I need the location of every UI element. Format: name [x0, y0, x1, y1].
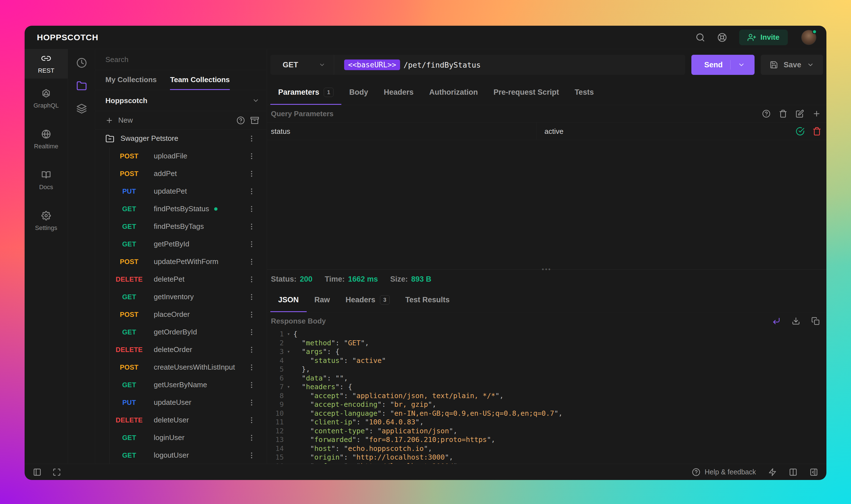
help-feedback-button[interactable]: Help & feedback — [692, 468, 756, 476]
request-item-updatePetWithForm[interactable]: POSTupdatePetWithForm — [109, 253, 267, 270]
request-item-createUsersWithListInput[interactable]: POSTcreateUsersWithListInput — [109, 358, 267, 376]
request-options-button[interactable] — [248, 451, 256, 459]
tab-pre-request-script[interactable]: Pre-request Script — [486, 80, 567, 105]
tab-test-results[interactable]: Test Results — [398, 288, 458, 312]
param-delete-button[interactable] — [812, 127, 821, 136]
tab-tests[interactable]: Tests — [567, 80, 602, 105]
request-options-button[interactable] — [248, 293, 256, 301]
fold-spacer — [284, 365, 293, 374]
request-item-findPetsByStatus[interactable]: GETfindPetsByStatus — [109, 200, 267, 218]
request-item-placeOrder[interactable]: POSTplaceOrder — [109, 306, 267, 323]
copy-response-button[interactable] — [811, 317, 820, 325]
tab-my-collections[interactable]: My Collections — [105, 70, 157, 90]
request-options-button[interactable] — [248, 240, 256, 248]
request-options-button[interactable] — [248, 381, 256, 389]
request-item-updateUser[interactable]: PUTupdateUser — [109, 394, 267, 411]
tab-parameters[interactable]: Parameters1 — [270, 80, 341, 105]
clear-all-params-button[interactable] — [779, 109, 787, 118]
request-options-button[interactable] — [248, 328, 256, 336]
response-body-editor[interactable]: 1▾{2 "method": "GET",3▾ "args": {4 "stat… — [267, 330, 827, 464]
tab-raw[interactable]: Raw — [307, 288, 338, 312]
nav-graphql[interactable]: GraphQL — [24, 78, 68, 119]
folder-options-button[interactable] — [248, 135, 256, 143]
import-export-button[interactable] — [250, 116, 259, 125]
fold-arrow-icon[interactable]: ▾ — [284, 347, 293, 356]
request-item-getOrderById[interactable]: GETgetOrderById — [109, 323, 267, 341]
params-help-button[interactable] — [762, 109, 770, 118]
request-options-button[interactable] — [248, 223, 256, 231]
environments-icon-button[interactable] — [76, 103, 87, 114]
save-button[interactable]: Save — [761, 55, 823, 75]
download-response-button[interactable] — [792, 317, 800, 325]
nav-docs[interactable]: Docs — [24, 160, 68, 201]
send-options-chevron-icon[interactable] — [730, 60, 745, 70]
history-icon-button[interactable] — [76, 57, 87, 68]
fold-arrow-icon[interactable]: ▾ — [284, 330, 293, 339]
request-options-button[interactable] — [248, 187, 256, 195]
url-input[interactable]: <<baseURL>> /pet/findByStatus — [334, 55, 685, 75]
toggle-sidebar-button[interactable] — [33, 468, 41, 476]
request-options-button[interactable] — [248, 152, 256, 160]
request-options-button[interactable] — [248, 346, 256, 354]
request-options-button[interactable] — [248, 434, 256, 442]
request-options-button[interactable] — [248, 170, 256, 178]
tab-headers[interactable]: Headers3 — [338, 288, 398, 312]
new-collection-button[interactable]: New — [105, 116, 133, 125]
param-key-input[interactable]: status — [267, 123, 537, 140]
user-avatar[interactable] — [801, 30, 816, 45]
request-options-button[interactable] — [248, 258, 256, 266]
tab-team-collections[interactable]: Team Collections — [170, 70, 229, 90]
shortcuts-button[interactable] — [53, 468, 61, 476]
pane-splitter[interactable]: ••• — [267, 269, 827, 270]
request-item-deleteUser[interactable]: DELETEdeleteUser — [109, 411, 267, 429]
search-button[interactable] — [696, 33, 705, 42]
request-options-button[interactable] — [248, 416, 256, 424]
add-param-button[interactable] — [812, 109, 821, 118]
request-item-uploadFile[interactable]: POSTuploadFile — [109, 147, 267, 165]
shortcuts-zap-button[interactable] — [768, 468, 777, 476]
nav-rest[interactable]: REST — [24, 49, 68, 78]
nav-label: Realtime — [34, 143, 58, 150]
request-options-button[interactable] — [248, 311, 256, 319]
folder-name: Swagger Petstore — [121, 134, 178, 143]
request-item-deleteOrder[interactable]: DELETEdeleteOrder — [109, 341, 267, 358]
nav-realtime[interactable]: Realtime — [24, 119, 68, 160]
send-button[interactable]: Send — [691, 55, 754, 75]
bulk-edit-button[interactable] — [796, 109, 804, 118]
param-value-input[interactable]: active — [537, 123, 796, 140]
request-item-logoutUser[interactable]: GETlogoutUser — [109, 447, 267, 464]
tab-body[interactable]: Body — [341, 80, 376, 105]
support-button[interactable] — [717, 33, 727, 42]
nav-settings[interactable]: Settings — [24, 201, 68, 242]
request-item-getPetById[interactable]: GETgetPetById — [109, 235, 267, 253]
collections-help-button[interactable] — [237, 116, 245, 125]
team-selector[interactable]: Hoppscotch — [95, 90, 267, 111]
save-options-chevron-icon[interactable] — [807, 61, 814, 69]
tab-json[interactable]: JSON — [270, 288, 307, 312]
method-select[interactable]: GET — [270, 55, 334, 75]
env-variable-pill[interactable]: <<baseURL>> — [344, 59, 400, 70]
request-item-loginUser[interactable]: GETloginUser — [109, 429, 267, 447]
request-options-button[interactable] — [248, 363, 256, 371]
param-active-toggle[interactable] — [796, 127, 804, 136]
request-options-button[interactable] — [248, 275, 256, 283]
fold-arrow-icon[interactable]: ▾ — [284, 382, 293, 391]
wrap-lines-button[interactable] — [772, 317, 781, 325]
request-options-button[interactable] — [248, 205, 256, 213]
request-item-addPet[interactable]: POSTaddPet — [109, 165, 267, 182]
toggle-columns-button[interactable] — [789, 468, 797, 476]
request-options-button[interactable] — [248, 399, 256, 407]
request-item-getUserByName[interactable]: GETgetUserByName — [109, 376, 267, 394]
request-item-updatePet[interactable]: PUTupdatePet — [109, 182, 267, 200]
collections-icon-button[interactable] — [76, 80, 87, 91]
tab-authorization[interactable]: Authorization — [421, 80, 486, 105]
invite-button[interactable]: Invite — [739, 30, 788, 45]
search-input[interactable] — [105, 55, 257, 64]
request-item-findPetsByTags[interactable]: GETfindPetsByTags — [109, 218, 267, 235]
collection-folder[interactable]: Swagger Petstore — [95, 130, 267, 147]
request-item-deletePet[interactable]: DELETEdeletePet — [109, 270, 267, 288]
request-item-getInventory[interactable]: GETgetInventory — [109, 288, 267, 306]
tab-headers[interactable]: Headers — [376, 80, 421, 105]
collapse-right-panel-button[interactable] — [810, 468, 818, 476]
line-number: 11 — [270, 418, 284, 427]
